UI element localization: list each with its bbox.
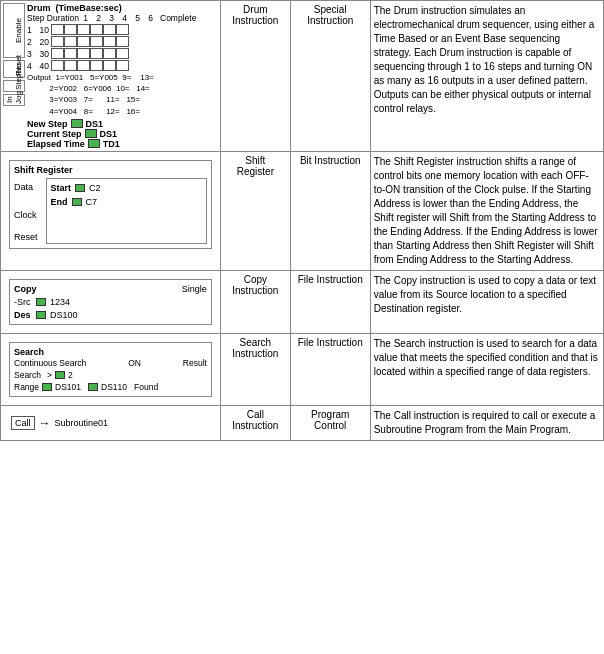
search-val-led [55,371,65,379]
search-label: Search [14,370,41,380]
call-special-cell: Program Control [290,405,370,440]
drum-desc: The Drum instruction simulates an electr… [374,4,600,116]
search-title: Search [14,347,207,357]
current-step: Current Step DS1 [27,129,218,139]
drum-type-cell: Drum Instruction [220,1,290,152]
step-duration-label: Step Duration [27,13,79,23]
copy-title: Copy [14,284,37,294]
shift-reset-label: Reset [14,230,38,244]
call-special-label: Program Control [294,409,367,431]
shift-special-label: Bit Instruction [294,155,367,166]
enable-label: Enable [3,3,25,58]
shift-start-val: C2 [89,183,101,193]
copy-src-led [36,298,46,306]
continuous-label: Continuous Search [14,358,86,368]
copy-des-val: DS100 [50,310,78,320]
search-type-label: SearchInstruction [224,337,287,359]
found-label: Found [134,382,158,392]
main-table: Enable Reset StepNo Jog In Drum (TimeBas… [0,0,604,441]
copy-des-label: Des [14,310,32,320]
shift-title: Shift Register [14,165,207,175]
shift-type-cell: ShiftRegister [220,151,290,270]
copy-src-label: -Src [14,297,32,307]
shift-start-led [75,184,85,192]
search-special-cell: File Instruction [290,333,370,405]
new-step-led [71,119,83,128]
new-step: New Step DS1 [27,119,218,129]
call-desc: The Call instruction is required to call… [374,409,600,437]
on-label: ON [128,358,141,368]
drum-row: Enable Reset StepNo Jog In Drum (TimeBas… [1,1,604,152]
range-start: DS101 [55,382,81,392]
shift-desc-cell: The Shift Register instruction shifts a … [370,151,603,270]
call-row: Call → Subroutine01 CallInstruction Prog… [1,405,604,440]
copy-des-led [36,311,46,319]
jogin-label: Jog In [3,94,25,106]
drum-output: Output 1=Y001 5=Y005 9= 13= 2=Y002 6=Y00… [27,72,218,117]
copy-special-label: File Instruction [294,274,367,285]
call-label: Call [11,416,35,430]
range-label: Range [14,382,39,392]
copy-desc-cell: The Copy instruction is used to copy a d… [370,270,603,333]
search-diagram-cell: Search Continuous Search ON Result Searc… [1,333,221,405]
drum-title: Drum (TimeBase:sec) [27,3,218,13]
call-desc-cell: The Call instruction is required to call… [370,405,603,440]
search-desc-cell: The Search instruction is used to search… [370,333,603,405]
drum-desc-cell: The Drum instruction simulates an electr… [370,1,603,152]
shift-special-cell: Bit Instruction [290,151,370,270]
copy-type-label: CopyInstruction [224,274,287,296]
drum-special-cell: Special Instruction [290,1,370,152]
range-start-led [42,383,52,391]
call-type-label: CallInstruction [224,409,287,431]
shift-diagram-cell: Shift Register Data Clock Reset Start C2 [1,151,221,270]
drum-diagram-cell: Enable Reset StepNo Jog In Drum (TimeBas… [1,1,221,152]
call-diagram-cell: Call → Subroutine01 [1,405,221,440]
shift-desc: The Shift Register instruction shifts a … [374,155,600,267]
call-arrow-icon: → [39,416,51,430]
copy-src-val: 1234 [50,297,70,307]
copy-desc: The Copy instruction is used to copy a d… [374,274,600,316]
shift-data-label: Data [14,178,38,196]
range-end-led [88,383,98,391]
search-row: Search Continuous Search ON Result Searc… [1,333,604,405]
copy-diagram-cell: Copy Single -Src 1234 Des DS100 [1,270,221,333]
current-step-led [85,129,97,138]
elapsed-time: Elapsed Time TD1 [27,139,218,149]
shift-end-label: End [51,197,68,207]
call-subroutine: Subroutine01 [55,418,109,428]
search-val: 2 [68,370,73,380]
shift-end-led [72,198,82,206]
elapsed-time-led [88,139,100,148]
shift-clock-label: Clock [14,206,38,224]
copy-type-cell: CopyInstruction [220,270,290,333]
shift-row: Shift Register Data Clock Reset Start C2 [1,151,604,270]
drum-type-label: Drum Instruction [224,4,287,26]
range-end: DS110 [101,382,127,392]
call-type-cell: CallInstruction [220,405,290,440]
shift-end-val: C7 [86,197,98,207]
drum-special-label: Special Instruction [294,4,367,26]
search-special-label: File Instruction [294,337,367,348]
copy-row: Copy Single -Src 1234 Des DS100 CopyInst… [1,270,604,333]
complete-label: Complete [160,13,196,23]
search-desc: The Search instruction is used to search… [374,337,600,379]
single-label: Single [182,284,207,294]
shift-type-label: ShiftRegister [224,155,287,177]
search-type-cell: SearchInstruction [220,333,290,405]
result-label: Result [183,358,207,368]
shift-start-label: Start [51,183,72,193]
copy-special-cell: File Instruction [290,270,370,333]
